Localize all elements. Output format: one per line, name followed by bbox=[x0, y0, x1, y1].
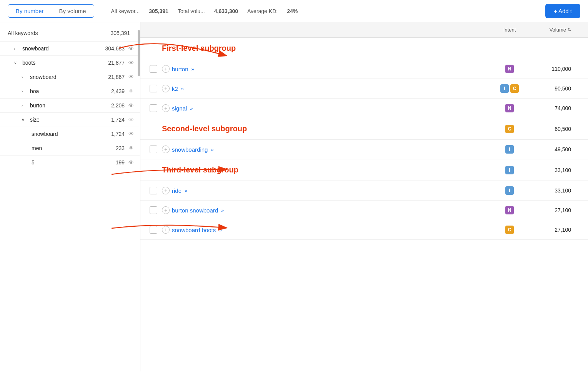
subgroup-label-2: Second-level subgroup bbox=[162, 124, 247, 133]
five-label: 5 bbox=[23, 159, 102, 166]
ride-volume: 33,100 bbox=[533, 187, 579, 194]
burton-snowboard-link[interactable]: + burton snowboard » bbox=[162, 206, 486, 214]
signal-checkbox[interactable] bbox=[150, 104, 157, 112]
chevron-right-icon[interactable]: › bbox=[14, 46, 21, 51]
kw-row-burton: + burton » N 110,000 bbox=[140, 59, 588, 79]
plus-icon[interactable]: + bbox=[162, 104, 170, 112]
double-chevron-icon: » bbox=[185, 188, 187, 194]
kw-row-snowboarding: + snowboarding » I 49,500 bbox=[140, 140, 588, 159]
intent-badge-C: C bbox=[505, 125, 514, 133]
chevron-right-icon[interactable]: › bbox=[22, 89, 28, 94]
eye-icon[interactable]: 👁 bbox=[128, 131, 134, 137]
snowboarding-text: snowboarding bbox=[172, 146, 208, 153]
eye-icon[interactable]: 👁 bbox=[128, 74, 134, 80]
chevron-right-icon[interactable]: › bbox=[22, 103, 28, 108]
sidebar-row-burton[interactable]: › burton 2,208 👁 bbox=[0, 99, 140, 112]
eye-icon[interactable]: 👁 bbox=[128, 88, 134, 94]
double-chevron-icon: » bbox=[181, 86, 184, 92]
sort-icon[interactable]: ⇅ bbox=[568, 27, 571, 32]
double-chevron-icon: » bbox=[219, 227, 222, 233]
right-content: Intent Volume ⇅ First-level subgroup + b… bbox=[140, 22, 588, 371]
kw-row-burton-snowboard: + burton snowboard » N 27,100 bbox=[140, 201, 588, 220]
burton-snowboard-checkbox[interactable] bbox=[150, 206, 157, 214]
burton-checkbox[interactable] bbox=[150, 65, 157, 73]
sidebar-row-size[interactable]: ∨ size 1,724 👁 bbox=[0, 113, 140, 127]
sidebar-row-boa[interactable]: › boa 2,439 👁 bbox=[0, 84, 140, 98]
chevron-right-icon[interactable]: › bbox=[22, 75, 28, 79]
plus-icon[interactable]: + bbox=[162, 187, 170, 194]
snowboard-boots-volume: 27,100 bbox=[533, 227, 579, 233]
double-chevron-icon: » bbox=[221, 207, 224, 213]
table-header: Intent Volume ⇅ bbox=[140, 22, 588, 38]
eye-icon[interactable]: 👁 bbox=[128, 102, 134, 109]
ride-link[interactable]: + ride » bbox=[162, 187, 486, 194]
ride-checkbox[interactable] bbox=[150, 187, 157, 194]
avg-kd-label: Average KD: bbox=[247, 8, 278, 14]
boots-label: boots bbox=[22, 60, 102, 66]
signal-volume: 74,000 bbox=[533, 105, 579, 111]
snowboard-count: 304,683 bbox=[102, 45, 125, 52]
sidebar-row-snowboard-boots[interactable]: › snowboard 21,867 👁 bbox=[0, 70, 140, 84]
boa-count: 2,439 bbox=[102, 88, 125, 94]
sg-volume-3: 33,100 bbox=[533, 167, 579, 173]
plus-icon[interactable]: + bbox=[162, 226, 170, 234]
plus-icon[interactable]: + bbox=[162, 146, 170, 153]
eye-icon[interactable]: 👁 bbox=[128, 60, 134, 66]
snowboarding-checkbox[interactable] bbox=[150, 146, 157, 153]
chevron-down-icon[interactable]: ∨ bbox=[14, 60, 21, 65]
size-count: 1,724 bbox=[102, 117, 125, 123]
double-chevron-icon: » bbox=[192, 66, 194, 72]
eye-icon[interactable]: 👁 bbox=[128, 117, 134, 123]
k2-volume: 90,500 bbox=[533, 85, 579, 92]
scrollbar-thumb[interactable] bbox=[138, 30, 140, 76]
avg-kd-value: 24% bbox=[287, 8, 298, 14]
plus-icon[interactable]: + bbox=[162, 85, 170, 92]
five-count: 199 bbox=[102, 159, 125, 166]
intent-badge-N: N bbox=[505, 65, 514, 73]
by-volume-button[interactable]: By volume bbox=[52, 5, 94, 17]
chevron-down-icon[interactable]: ∨ bbox=[22, 117, 28, 122]
snowboarding-link[interactable]: + snowboarding » bbox=[162, 146, 486, 153]
sidebar-row-all-keywords: All keywords 305,391 bbox=[0, 25, 140, 41]
eye-icon[interactable]: 👁 bbox=[128, 145, 134, 151]
sidebar-row-men: men 233 👁 bbox=[0, 141, 140, 155]
intent-badge-C: C bbox=[505, 226, 514, 234]
burton-snowboard-volume: 27,100 bbox=[533, 207, 579, 213]
snowboard-boots-checkbox[interactable] bbox=[150, 226, 157, 234]
kw-row-signal: + signal » N 74,000 bbox=[140, 99, 588, 118]
snowboard-boots-link[interactable]: + snowboard boots » bbox=[162, 226, 486, 234]
signal-link[interactable]: + signal » bbox=[162, 104, 486, 112]
by-number-button[interactable]: By number bbox=[8, 5, 52, 17]
k2-text: k2 bbox=[172, 85, 178, 92]
kw-row-ride: + ride » I 33,100 bbox=[140, 181, 588, 201]
snowboard-boots-intent: C bbox=[486, 226, 533, 234]
k2-link[interactable]: + k2 » bbox=[162, 85, 486, 92]
plus-icon[interactable]: + bbox=[162, 206, 170, 214]
all-keywords-value: 305,391 bbox=[149, 8, 168, 14]
total-volume-value: 4,633,300 bbox=[214, 8, 238, 14]
burton-label: burton bbox=[30, 102, 102, 109]
eye-icon[interactable]: 👁 bbox=[128, 159, 134, 166]
add-button[interactable]: + Add t bbox=[545, 4, 580, 18]
k2-intent: I C bbox=[486, 84, 533, 93]
eye-icon[interactable]: 👁 bbox=[128, 45, 134, 52]
burton-snowboard-text: burton snowboard bbox=[172, 207, 218, 214]
snowboard-label: snowboard bbox=[22, 45, 102, 52]
intent-badge-I: I bbox=[505, 186, 514, 195]
sidebar-row-boots[interactable]: ∨ boots 21,877 👁 bbox=[0, 56, 140, 70]
sidebar-row-snowboard-size: snowboard 1,724 👁 bbox=[0, 127, 140, 141]
k2-checkbox[interactable] bbox=[150, 85, 157, 92]
burton-volume: 110,000 bbox=[533, 66, 579, 72]
snowboard-size-label: snowboard bbox=[23, 131, 102, 137]
sidebar-row-snowboard[interactable]: › snowboard 304,683 👁 bbox=[0, 42, 140, 55]
burton-link[interactable]: + burton » bbox=[162, 65, 486, 73]
men-label: men bbox=[23, 145, 102, 151]
plus-icon[interactable]: + bbox=[162, 65, 170, 73]
snowboard-boots-text: snowboard boots bbox=[172, 227, 216, 233]
th-volume[interactable]: Volume ⇅ bbox=[533, 27, 579, 33]
header-bar: By number By volume All keywor... 305,39… bbox=[0, 0, 588, 22]
burton-snowboard-intent: N bbox=[486, 206, 533, 214]
sidebar-row-5: 5 199 👁 bbox=[0, 156, 140, 169]
intent-badge-I: I bbox=[505, 166, 514, 174]
all-keywords-label: All keywords bbox=[8, 30, 107, 36]
